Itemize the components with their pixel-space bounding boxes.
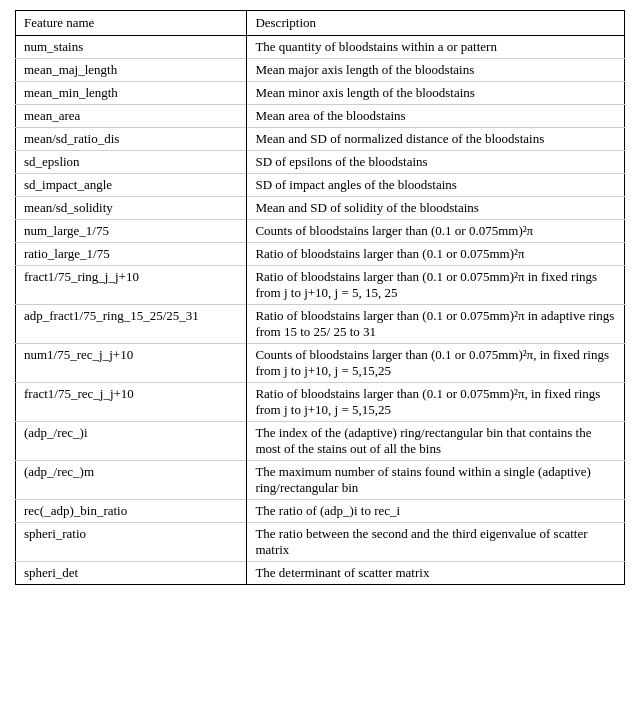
- feature-desc-cell: SD of epsilons of the bloodstains: [247, 151, 625, 174]
- feature-desc-cell: Ratio of bloodstains larger than (0.1 or…: [247, 383, 625, 422]
- feature-name-cell: spheri_det: [16, 562, 247, 585]
- feature-name-cell: mean/sd_ratio_dis: [16, 128, 247, 151]
- table-row: mean_areaMean area of the bloodstains: [16, 105, 625, 128]
- table-row: rec(_adp)_bin_ratioThe ratio of (adp_)i …: [16, 500, 625, 523]
- feature-desc-cell: The ratio of (adp_)i to rec_i: [247, 500, 625, 523]
- feature-desc-cell: The maximum number of stains found withi…: [247, 461, 625, 500]
- table-row: fract1/75_ring_j_j+10Ratio of bloodstain…: [16, 266, 625, 305]
- table-row: num_stainsThe quantity of bloodstains wi…: [16, 36, 625, 59]
- feature-name-cell: sd_epslion: [16, 151, 247, 174]
- feature-name-cell: (adp_/rec_)m: [16, 461, 247, 500]
- table-row: fract1/75_rec_j_j+10Ratio of bloodstains…: [16, 383, 625, 422]
- feature-name-cell: num_stains: [16, 36, 247, 59]
- feature-name-cell: fract1/75_rec_j_j+10: [16, 383, 247, 422]
- feature-name-cell: mean_min_length: [16, 82, 247, 105]
- table-row: mean/sd_solidityMean and SD of solidity …: [16, 197, 625, 220]
- feature-name-cell: fract1/75_ring_j_j+10: [16, 266, 247, 305]
- header-feature-name: Feature name: [16, 11, 247, 36]
- feature-name-cell: spheri_ratio: [16, 523, 247, 562]
- table-row: sd_impact_angleSD of impact angles of th…: [16, 174, 625, 197]
- feature-name-cell: mean_area: [16, 105, 247, 128]
- feature-desc-cell: Counts of bloodstains larger than (0.1 o…: [247, 220, 625, 243]
- feature-desc-cell: Ratio of bloodstains larger than (0.1 or…: [247, 305, 625, 344]
- table-row: spheri_ratioThe ratio between the second…: [16, 523, 625, 562]
- feature-name-cell: ratio_large_1/75: [16, 243, 247, 266]
- feature-desc-cell: Mean and SD of normalized distance of th…: [247, 128, 625, 151]
- table-row: spheri_detThe determinant of scatter mat…: [16, 562, 625, 585]
- feature-desc-cell: Counts of bloodstains larger than (0.1 o…: [247, 344, 625, 383]
- feature-name-cell: sd_impact_angle: [16, 174, 247, 197]
- table-row: sd_epslionSD of epsilons of the bloodsta…: [16, 151, 625, 174]
- feature-name-cell: rec(_adp)_bin_ratio: [16, 500, 247, 523]
- feature-table: Feature name Description num_stainsThe q…: [15, 10, 625, 585]
- table-row: (adp_/rec_)mThe maximum number of stains…: [16, 461, 625, 500]
- feature-desc-cell: Mean minor axis length of the bloodstain…: [247, 82, 625, 105]
- feature-name-cell: (adp_/rec_)i: [16, 422, 247, 461]
- table-row: num1/75_rec_j_j+10Counts of bloodstains …: [16, 344, 625, 383]
- feature-desc-cell: The ratio between the second and the thi…: [247, 523, 625, 562]
- feature-desc-cell: The index of the (adaptive) ring/rectang…: [247, 422, 625, 461]
- feature-name-cell: adp_fract1/75_ring_15_25/25_31: [16, 305, 247, 344]
- feature-name-cell: mean_maj_length: [16, 59, 247, 82]
- table-row: mean/sd_ratio_disMean and SD of normaliz…: [16, 128, 625, 151]
- feature-name-cell: num1/75_rec_j_j+10: [16, 344, 247, 383]
- table-row: ratio_large_1/75Ratio of bloodstains lar…: [16, 243, 625, 266]
- table-row: (adp_/rec_)iThe index of the (adaptive) …: [16, 422, 625, 461]
- feature-name-cell: num_large_1/75: [16, 220, 247, 243]
- feature-desc-cell: Mean area of the bloodstains: [247, 105, 625, 128]
- feature-desc-cell: The determinant of scatter matrix: [247, 562, 625, 585]
- feature-desc-cell: Ratio of bloodstains larger than (0.1 or…: [247, 266, 625, 305]
- feature-desc-cell: Mean and SD of solidity of the bloodstai…: [247, 197, 625, 220]
- feature-desc-cell: SD of impact angles of the bloodstains: [247, 174, 625, 197]
- table-row: num_large_1/75Counts of bloodstains larg…: [16, 220, 625, 243]
- header-description: Description: [247, 11, 625, 36]
- feature-desc-cell: Ratio of bloodstains larger than (0.1 or…: [247, 243, 625, 266]
- feature-desc-cell: Mean major axis length of the bloodstain…: [247, 59, 625, 82]
- feature-name-cell: mean/sd_solidity: [16, 197, 247, 220]
- feature-desc-cell: The quantity of bloodstains within a or …: [247, 36, 625, 59]
- table-row: mean_min_lengthMean minor axis length of…: [16, 82, 625, 105]
- table-row: mean_maj_lengthMean major axis length of…: [16, 59, 625, 82]
- table-row: adp_fract1/75_ring_15_25/25_31Ratio of b…: [16, 305, 625, 344]
